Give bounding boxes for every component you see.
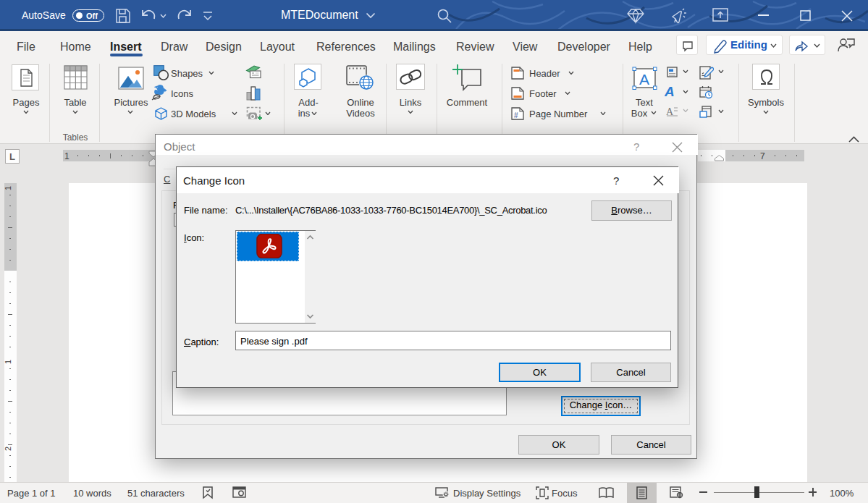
svg-text:#: # (514, 111, 518, 119)
svg-text:A: A (639, 71, 649, 88)
svg-text:A: A (665, 84, 675, 98)
svg-text:A: A (666, 106, 674, 117)
